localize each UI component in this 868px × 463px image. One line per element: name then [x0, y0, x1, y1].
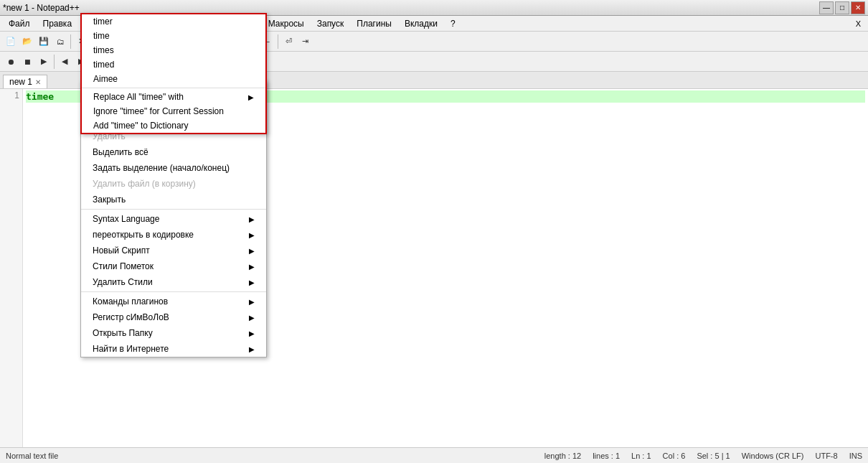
status-length: length : 12 — [544, 452, 581, 460]
macro-play-button[interactable]: ▶ — [36, 54, 52, 70]
tsep1 — [54, 55, 55, 69]
add-to-dict-item[interactable]: Add "timee" to Dictionary — [82, 118, 265, 133]
spell-item-3[interactable]: timed — [82, 57, 265, 72]
back-button[interactable]: ◀ — [57, 54, 72, 70]
ctx-syntax[interactable]: Syntax Language ▶ — [81, 211, 266, 227]
spell-item-0[interactable]: timer — [82, 14, 265, 29]
ctx-select-all[interactable]: Выделить всё — [81, 144, 266, 160]
open-button[interactable]: 📂 — [19, 34, 35, 50]
maximize-button[interactable]: □ — [835, 1, 849, 14]
status-col: Col : 6 — [663, 452, 686, 460]
minimize-button[interactable]: — — [819, 1, 834, 14]
menu-macros[interactable]: Макросы — [263, 17, 310, 30]
status-sel: Sel : 5 | 1 — [697, 452, 730, 460]
wrap-button[interactable]: ⏎ — [280, 34, 296, 50]
status-lines: lines : 1 — [593, 452, 620, 460]
menu-help[interactable]: ? — [445, 17, 461, 30]
status-encoding: Windows (CR LF) — [742, 452, 804, 460]
status-charset: UTF-8 — [815, 452, 837, 460]
ctx-mark-styles-arrow: ▶ — [249, 263, 255, 271]
ctx-sep1 — [81, 209, 266, 210]
macro-record-button[interactable]: ⏺ — [3, 54, 19, 70]
spell-sep — [82, 88, 265, 88]
spell-item-2[interactable]: times — [82, 43, 265, 57]
line-numbers: 1 — [0, 89, 23, 447]
ctx-syntax-arrow: ▶ — [249, 215, 255, 223]
replace-all-item[interactable]: Replace All "timee" with ▶ — [82, 90, 265, 104]
sep7 — [278, 34, 278, 49]
spell-item-4[interactable]: Aimee — [82, 72, 265, 86]
ctx-plugin-commands[interactable]: Команды плагинов ▶ — [81, 294, 266, 309]
ctx-case-arrow: ▶ — [249, 314, 255, 322]
editor-text: timee — [26, 91, 54, 102]
status-ln: Ln : 1 — [631, 452, 651, 460]
line-number-1: 1 — [3, 90, 19, 100]
status-right: length : 12 lines : 1 Ln : 1 Col : 6 Sel… — [544, 452, 862, 460]
ctx-close[interactable]: Закрыть — [81, 192, 266, 207]
spell-suggestions-box: timer time times timed Aimee Replace All… — [80, 13, 267, 134]
ctx-new-script[interactable]: Новый Скрипт ▶ — [81, 243, 266, 258]
ctx-find-web-arrow: ▶ — [249, 345, 255, 353]
ctx-delete-file: Удалить файл (в корзину) — [81, 176, 266, 192]
replace-arrow-icon: ▶ — [248, 93, 254, 101]
save-button[interactable]: 💾 — [36, 34, 52, 50]
ctx-sep2 — [81, 291, 266, 292]
menu-edit[interactable]: Правка — [37, 17, 78, 30]
tab-close-icon[interactable]: ✕ — [35, 78, 41, 86]
save-all-button[interactable]: 🗂 — [52, 34, 68, 50]
close-button[interactable]: ✕ — [851, 1, 865, 14]
title-bar-controls: — □ ✕ — [819, 1, 865, 14]
status-mode: INS — [849, 452, 862, 460]
macro-stop-button[interactable]: ⏹ — [19, 54, 35, 70]
ctx-new-script-arrow: ▶ — [249, 247, 255, 255]
new-button[interactable]: 📄 — [3, 34, 19, 50]
ctx-find-web[interactable]: Найти в Интернете ▶ — [81, 341, 266, 357]
ctx-reopen-arrow: ▶ — [249, 231, 255, 239]
sep1 — [70, 34, 71, 49]
ctx-open-folder[interactable]: Открыть Папку ▶ — [81, 325, 266, 341]
menu-plugins[interactable]: Плагины — [351, 17, 397, 30]
ctx-delete-styles-arrow: ▶ — [249, 279, 255, 286]
ignore-item[interactable]: Ignore "timee" for Current Session — [82, 104, 265, 118]
status-bar: Normal text file length : 12 lines : 1 L… — [0, 447, 868, 463]
ctx-mark-styles[interactable]: Стили Пометок ▶ — [81, 258, 266, 274]
menu-tabs[interactable]: Вкладки — [399, 17, 443, 30]
indent-button[interactable]: ⇥ — [297, 34, 313, 50]
tab-label: new 1 — [9, 77, 32, 87]
ctx-reopen-encoding[interactable]: переоткрыть в кодировке ▶ — [81, 227, 266, 243]
menu-run[interactable]: Запуск — [311, 17, 350, 30]
ctx-case[interactable]: Регистр сИмВоЛоВ ▶ — [81, 309, 266, 325]
ctx-open-folder-arrow: ▶ — [249, 329, 255, 337]
tab-new1[interactable]: new 1 ✕ — [3, 75, 47, 88]
ctx-set-selection[interactable]: Задать выделение (начало/конец) — [81, 160, 266, 176]
menu-close-x[interactable]: X — [852, 18, 865, 29]
menu-file[interactable]: Файл — [3, 17, 36, 30]
spell-item-1[interactable]: time — [82, 29, 265, 43]
status-file-type: Normal text file — [6, 452, 58, 460]
ctx-plugin-arrow: ▶ — [249, 298, 255, 306]
ctx-delete-styles[interactable]: Удалить Стили ▶ — [81, 274, 266, 290]
title-bar-title: *new 1 - Notepad++ — [3, 3, 80, 13]
